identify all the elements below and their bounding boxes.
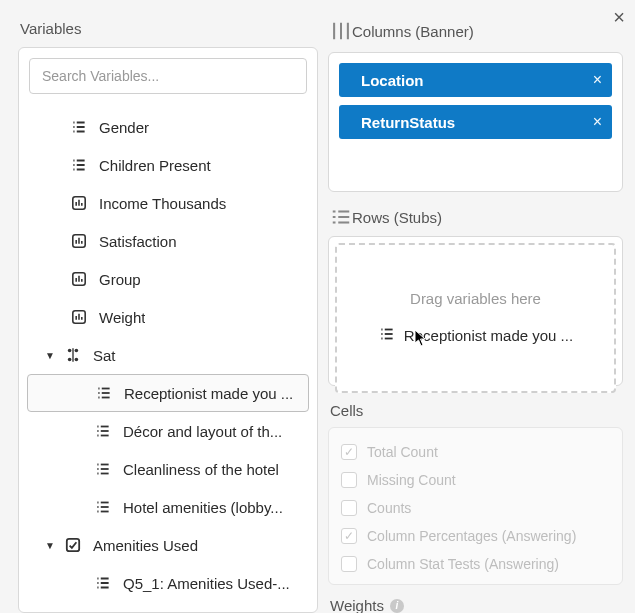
rows-dropzone[interactable]: Drag variables here Receptionist made yo… — [328, 236, 623, 386]
rows-dashed-area: Drag variables here Receptionist made yo… — [335, 243, 616, 393]
chip-remove-icon[interactable]: × — [593, 113, 602, 131]
tree-item-label: Cleanliness of the hotel — [123, 461, 279, 478]
tree-item-label: Sat — [93, 347, 116, 364]
search-wrap — [19, 48, 317, 104]
variables-box: GenderChildren PresentIncome ThousandsSa… — [18, 47, 318, 613]
column-chip[interactable]: Location× — [339, 63, 612, 97]
list-icon — [93, 497, 113, 517]
columns-title: Columns (Banner) — [352, 23, 474, 40]
bar-icon — [69, 193, 89, 213]
tree-item-label: Group — [99, 271, 141, 288]
cells-option-label: Missing Count — [367, 472, 456, 488]
rows-ghost-label: Receptionist made you ... — [404, 327, 573, 344]
cells-header: Cells — [330, 402, 623, 419]
builder-container: Variables GenderChildren PresentIncome T… — [0, 0, 635, 613]
checkbox-icon[interactable] — [341, 556, 357, 572]
expander-icon[interactable]: ▼ — [43, 540, 57, 551]
tree-item-label: Weight — [99, 309, 145, 326]
tree-item-label: Hotel amenities (lobby... — [123, 499, 283, 516]
columns-icon — [330, 20, 352, 42]
svg-point-28 — [68, 349, 72, 353]
cells-option[interactable]: Total Count — [341, 438, 610, 466]
tree-item[interactable]: Children Present — [27, 146, 309, 184]
tree-group[interactable]: ▼Amenities Used — [27, 526, 309, 564]
checkbox-icon[interactable] — [341, 472, 357, 488]
tree-item[interactable]: Gender — [27, 108, 309, 146]
rows-icon — [330, 206, 352, 228]
checkbox-icon[interactable] — [341, 500, 357, 516]
weights-header: Weights i — [330, 597, 623, 613]
tree-item-label: Satisfaction — [99, 233, 177, 250]
tree-item-label: Income Thousands — [99, 195, 226, 212]
tree-item[interactable]: Income Thousands — [27, 184, 309, 222]
tree-item[interactable]: Weight — [27, 298, 309, 336]
multi-icon — [63, 345, 83, 365]
rows-hint: Drag variables here — [410, 290, 541, 307]
variables-tree[interactable]: GenderChildren PresentIncome ThousandsSa… — [19, 104, 317, 612]
expander-icon[interactable]: ▼ — [43, 350, 57, 361]
cells-option-label: Column Percentages (Answering) — [367, 528, 576, 544]
chip-label: ReturnStatus — [361, 114, 593, 131]
chip-label: Location — [361, 72, 593, 89]
tree-item-label: Gender — [99, 119, 149, 136]
tree-item[interactable]: Cleanliness of the hotel — [27, 450, 309, 488]
tree-item[interactable]: Group — [27, 260, 309, 298]
tree-item[interactable]: Satisfaction — [27, 222, 309, 260]
close-icon[interactable]: × — [613, 6, 625, 29]
cells-option[interactable]: Column Stat Tests (Answering) — [341, 550, 610, 578]
tree-item[interactable]: Décor and layout of th... — [27, 412, 309, 450]
variables-header: Variables — [18, 20, 318, 37]
rows-drag-ghost: Receptionist made you ... — [378, 325, 573, 346]
chip-remove-icon[interactable]: × — [593, 71, 602, 89]
list-icon — [94, 383, 114, 403]
tree-item-label: Receptionist made you ... — [124, 385, 293, 402]
checkbox-icon[interactable] — [341, 528, 357, 544]
list-icon — [378, 325, 396, 346]
svg-point-30 — [68, 358, 72, 362]
tree-group[interactable]: ▼Sat — [27, 336, 309, 374]
list-icon — [93, 573, 113, 593]
cells-option[interactable]: Missing Count — [341, 466, 610, 494]
cells-option[interactable]: Counts — [341, 494, 610, 522]
search-input[interactable] — [29, 58, 307, 94]
svg-point-31 — [75, 358, 79, 362]
list-icon — [93, 459, 113, 479]
cells-option-label: Total Count — [367, 444, 438, 460]
cells-option-label: Counts — [367, 500, 411, 516]
variables-pane: Variables GenderChildren PresentIncome T… — [18, 20, 318, 613]
weights-title: Weights — [330, 597, 384, 613]
list-icon — [69, 155, 89, 175]
bar-icon — [69, 307, 89, 327]
bar-icon — [69, 269, 89, 289]
tree-item[interactable]: Receptionist made you ... — [27, 374, 309, 412]
tree-item-label: Q5_1: Amenities Used-... — [123, 575, 290, 592]
cells-title: Cells — [330, 402, 363, 419]
tree-item[interactable]: Q5_1: Amenities Used-... — [27, 564, 309, 602]
columns-dropzone[interactable]: Location×ReturnStatus× — [328, 52, 623, 192]
list-icon — [69, 117, 89, 137]
tree-item-label: Amenities Used — [93, 537, 198, 554]
svg-rect-32 — [72, 348, 73, 362]
check-icon — [63, 535, 83, 555]
rows-header: Rows (Stubs) — [330, 206, 623, 228]
bar-icon — [69, 231, 89, 251]
checkbox-icon[interactable] — [341, 444, 357, 460]
cells-option[interactable]: Column Percentages (Answering) — [341, 522, 610, 550]
list-icon — [93, 421, 113, 441]
cells-option-label: Column Stat Tests (Answering) — [367, 556, 559, 572]
svg-point-29 — [75, 349, 79, 353]
tree-item[interactable]: Hotel amenities (lobby... — [27, 488, 309, 526]
column-chip[interactable]: ReturnStatus× — [339, 105, 612, 139]
tree-item-label: Children Present — [99, 157, 211, 174]
variables-title: Variables — [20, 20, 81, 37]
right-pane: Columns (Banner) Location×ReturnStatus× … — [328, 20, 623, 613]
tree-item-label: Décor and layout of th... — [123, 423, 282, 440]
cells-box: Total CountMissing CountCountsColumn Per… — [328, 427, 623, 585]
info-icon[interactable]: i — [390, 599, 404, 613]
columns-header: Columns (Banner) — [328, 20, 623, 42]
rows-title: Rows (Stubs) — [352, 209, 442, 226]
